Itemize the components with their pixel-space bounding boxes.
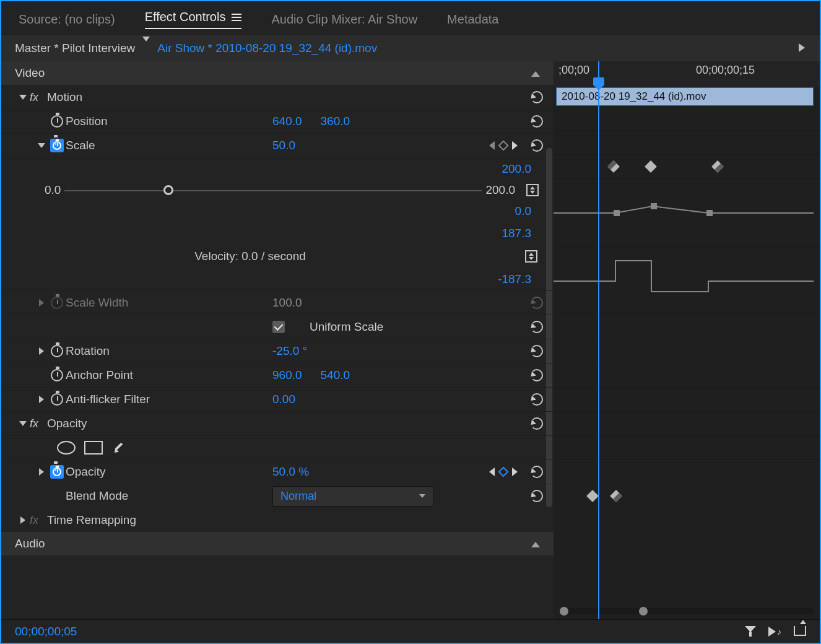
anchor-label: Anchor Point: [66, 368, 133, 382]
scale-max-value: 200.0: [502, 162, 531, 176]
current-timecode[interactable]: 00;00;00;05: [15, 625, 77, 638]
reset-button[interactable]: [530, 115, 542, 129]
reset-button[interactable]: [530, 344, 542, 359]
scale-value[interactable]: 50.0: [272, 139, 295, 152]
anchor-x-value[interactable]: 960.0: [272, 368, 302, 382]
stopwatch-icon[interactable]: [48, 465, 66, 479]
audio-section-label: Audio: [15, 537, 45, 550]
export-icon[interactable]: [794, 626, 806, 636]
reset-button[interactable]: [530, 417, 542, 431]
chevron-down-icon[interactable]: [142, 41, 150, 55]
zoom-handle-left[interactable]: [560, 607, 568, 616]
time-remapping-label: Time Remapping: [47, 513, 136, 527]
svg-rect-1: [651, 204, 656, 209]
fx-icon[interactable]: fx: [30, 417, 47, 430]
expand-icon[interactable]: [526, 184, 539, 196]
slider-min-label: 0.0: [45, 183, 64, 197]
filter-icon[interactable]: [745, 626, 756, 637]
opacity-keyframe-track[interactable]: [554, 484, 820, 508]
chevron-down-icon: [419, 494, 425, 498]
value-graph: [554, 179, 820, 247]
twisty-icon[interactable]: [16, 95, 30, 100]
rect-mask-icon[interactable]: [84, 441, 103, 455]
video-section-label: Video: [15, 66, 45, 80]
audio-section-header[interactable]: Audio: [1, 532, 554, 555]
prev-keyframe-icon[interactable]: [489, 141, 495, 150]
keyframe-nav[interactable]: [489, 468, 518, 476]
sequence-clip-label[interactable]: Air Show * 2010-08-20 19_32_44 (id).mov: [157, 41, 377, 55]
stopwatch-icon[interactable]: [48, 115, 66, 128]
twisty-icon[interactable]: [35, 143, 48, 148]
prev-keyframe-icon[interactable]: [489, 468, 495, 476]
effect-time-remapping[interactable]: fx Time Remapping: [1, 508, 554, 532]
playhead[interactable]: [598, 61, 599, 619]
ellipse-mask-icon[interactable]: [57, 441, 76, 455]
next-keyframe-icon[interactable]: [512, 141, 518, 150]
scale-keyframe-track[interactable]: [554, 154, 820, 178]
reset-button[interactable]: [530, 90, 542, 105]
collapse-up-icon[interactable]: [531, 66, 540, 80]
stopwatch-icon[interactable]: [48, 393, 66, 406]
fx-icon[interactable]: fx: [30, 91, 47, 104]
stopwatch-icon[interactable]: [48, 139, 66, 152]
add-keyframe-icon[interactable]: [498, 141, 509, 151]
slider-max-label: 200.0: [482, 183, 515, 197]
position-y-value[interactable]: 360.0: [321, 115, 350, 128]
twisty-icon[interactable]: [35, 468, 48, 476]
property-antiflicker: Anti-flicker Filter 0.00: [1, 387, 554, 411]
velocity-min-value: -187.3: [498, 272, 531, 286]
opacity-value[interactable]: 50.0 %: [272, 465, 309, 479]
property-uniform-scale: Uniform Scale: [1, 315, 554, 339]
collapse-up-icon[interactable]: [531, 537, 540, 550]
velocity-graph: [554, 247, 820, 315]
reset-button[interactable]: [530, 320, 542, 334]
effect-motion[interactable]: fx Motion: [1, 85, 554, 109]
twisty-icon[interactable]: [35, 347, 48, 355]
uniform-scale-checkbox[interactable]: [272, 321, 285, 333]
antiflicker-value[interactable]: 0.00: [272, 393, 295, 406]
reset-button[interactable]: [530, 368, 542, 383]
effect-timeline[interactable]: ;00;00 00;00;00;15 2010-08-20 19_32_44 (…: [554, 61, 820, 619]
tab-metadata[interactable]: Metadata: [447, 12, 498, 27]
stopwatch-icon[interactable]: [48, 345, 66, 357]
fx-icon[interactable]: fx: [30, 514, 47, 527]
reset-button[interactable]: [530, 489, 542, 503]
next-keyframe-icon[interactable]: [512, 468, 518, 476]
keyframe-nav[interactable]: [489, 141, 518, 150]
slider-handle[interactable]: [163, 185, 173, 195]
effects-list: Video fx Motion Position 640.0 360.0: [1, 61, 554, 619]
play-audio-icon[interactable]: ♪: [768, 626, 781, 637]
rotation-value[interactable]: -25.0 °: [272, 344, 307, 358]
reset-button[interactable]: [530, 139, 542, 153]
position-x-value[interactable]: 640.0: [272, 115, 302, 128]
video-section-header[interactable]: Video: [1, 61, 554, 85]
play-icon[interactable]: [799, 41, 805, 55]
panel-menu-icon[interactable]: [232, 14, 241, 21]
reset-button[interactable]: [530, 465, 542, 479]
stopwatch-icon[interactable]: [48, 369, 66, 381]
tab-source[interactable]: Source: (no clips): [19, 12, 115, 27]
twisty-icon[interactable]: [16, 516, 30, 524]
motion-label: Motion: [47, 90, 82, 104]
clip-breadcrumb: Master * Pilot Interview Air Show * 2010…: [1, 35, 820, 61]
twisty-icon[interactable]: [16, 421, 30, 426]
scale-slider[interactable]: 0.0 200.0: [45, 180, 539, 200]
reset-button[interactable]: [530, 393, 542, 407]
expand-icon[interactable]: [525, 250, 537, 263]
keyframe-marker[interactable]: [645, 160, 657, 173]
property-anchor-point: Anchor Point 960.0 540.0: [1, 363, 554, 387]
tab-audio-mixer[interactable]: Audio Clip Mixer: Air Show: [271, 12, 417, 27]
keyframe-marker[interactable]: [586, 490, 599, 502]
effect-opacity[interactable]: fx Opacity: [1, 411, 554, 435]
add-keyframe-icon[interactable]: [498, 467, 509, 477]
twisty-icon[interactable]: [35, 396, 48, 403]
scale-width-label: Scale Width: [66, 296, 128, 310]
blend-mode-select[interactable]: Normal: [272, 486, 433, 507]
anchor-y-value[interactable]: 540.0: [321, 368, 350, 382]
opacity-mask-tools: [1, 435, 554, 459]
master-clip-label[interactable]: Master * Pilot Interview: [15, 41, 135, 55]
pen-mask-icon[interactable]: [111, 441, 125, 455]
tab-effect-controls[interactable]: Effect Controls: [145, 10, 242, 29]
scale-label: Scale: [66, 139, 95, 152]
zoom-handle-right[interactable]: [639, 607, 648, 616]
